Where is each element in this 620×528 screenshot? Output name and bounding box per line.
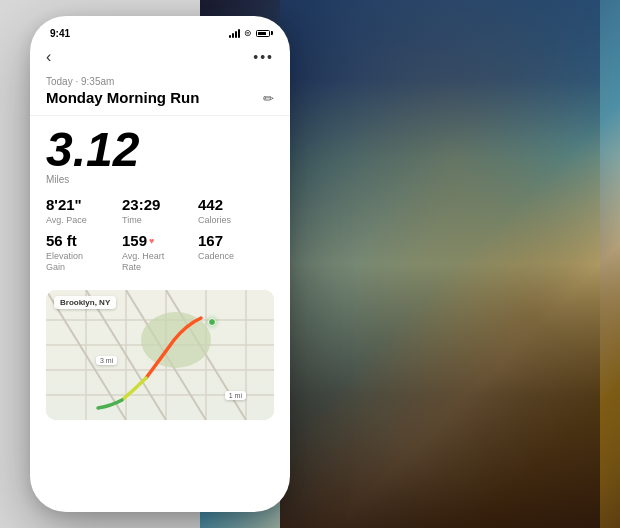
status-bar: 9:41 ⊜ (30, 16, 290, 44)
status-time: 9:41 (50, 28, 70, 39)
phone-screen: 9:41 ⊜ ‹ ••• Today · 9:35am (30, 16, 290, 512)
stats-row-1: 8'21" Avg. Pace 23:29 Time 442 Calories (46, 197, 274, 225)
signal-icon (229, 28, 240, 38)
edit-icon[interactable]: ✏ (263, 91, 274, 106)
stat-pace: 8'21" Avg. Pace (46, 197, 122, 225)
stats-row-2: 56 ft ElevationGain 159 ♥ Avg. HeartRate… (46, 233, 274, 272)
stat-calories: 442 Calories (198, 197, 274, 225)
stat-pace-value: 8'21" (46, 197, 122, 214)
distance-section: 3.12 Miles (30, 116, 290, 191)
stats-grid: 8'21" Avg. Pace 23:29 Time 442 Calories … (30, 191, 290, 286)
battery-icon (256, 30, 270, 37)
stat-heart-rate-label: Avg. HeartRate (122, 251, 198, 273)
stat-elevation-value: 56 ft (46, 233, 122, 250)
mile-marker-1: 1 mi (225, 391, 246, 400)
nav-row: ‹ ••• (30, 44, 290, 72)
stat-time: 23:29 Time (122, 197, 198, 225)
map-background: Brooklyn, NY 3 mi 1 mi (46, 290, 274, 420)
stat-calories-label: Calories (198, 215, 274, 226)
stat-elevation: 56 ft ElevationGain (46, 233, 122, 272)
stat-heart-rate: 159 ♥ Avg. HeartRate (122, 233, 198, 272)
stat-cadence-label: Cadence (198, 251, 274, 262)
title-row: Monday Morning Run ✏ (46, 89, 274, 107)
stat-cadence: 167 Cadence (198, 233, 274, 272)
stat-calories-value: 442 (198, 197, 274, 214)
status-icons: ⊜ (229, 28, 270, 38)
stat-time-value: 23:29 (122, 197, 198, 214)
stat-time-label: Time (122, 215, 198, 226)
stat-cadence-value: 167 (198, 233, 274, 250)
wifi-icon: ⊜ (244, 28, 252, 38)
map-route-svg (46, 290, 274, 420)
header-section: Today · 9:35am Monday Morning Run ✏ (30, 72, 290, 116)
athlete-silhouette (280, 0, 600, 528)
date-label: Today · 9:35am (46, 76, 274, 87)
run-title: Monday Morning Run (46, 89, 199, 107)
phone-mockup: 9:41 ⊜ ‹ ••• Today · 9:35am (30, 16, 290, 512)
heart-icon: ♥ (149, 237, 154, 247)
stat-pace-label: Avg. Pace (46, 215, 122, 226)
map-location-label: Brooklyn, NY (54, 296, 116, 309)
distance-value: 3.12 (46, 126, 274, 174)
map-section: Brooklyn, NY 3 mi 1 mi (46, 290, 274, 420)
more-button[interactable]: ••• (253, 49, 274, 65)
back-button[interactable]: ‹ (46, 48, 51, 66)
stat-elevation-label: ElevationGain (46, 251, 122, 273)
stat-heart-rate-value: 159 ♥ (122, 233, 198, 250)
mile-marker-3: 3 mi (96, 356, 117, 365)
